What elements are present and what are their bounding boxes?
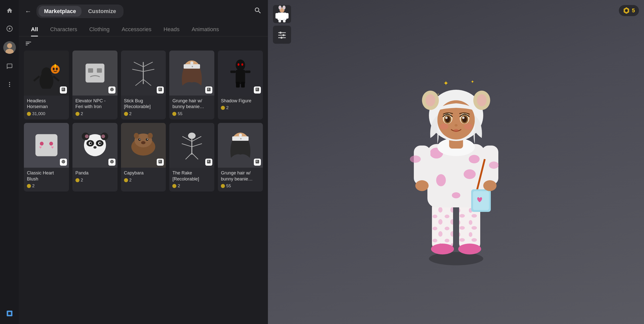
char-panel: 5 [268,0,644,324]
item-name-9: Grunge hair w/ bunny beanie… [221,170,260,182]
item-card-2[interactable]: Stick Bug [Recolorable] 2 [121,51,166,119]
char-thumb-btn[interactable] [273,5,291,23]
item-name-7: Capybara [124,170,163,176]
item-badge-6 [108,159,115,166]
item-card-3[interactable]: ★ Grunge hair w/ bunny beanie… 55 [169,51,214,119]
svg-rect-84 [159,161,160,162]
tab-customize[interactable]: Customize [83,6,122,17]
item-badge-7 [157,159,164,166]
item-card-7[interactable]: Capybara 2 [121,123,166,192]
more-icon[interactable] [4,79,15,90]
svg-point-135 [415,180,429,191]
svg-point-116 [283,34,285,36]
tab-characters[interactable]: Characters [44,23,83,36]
svg-point-112 [283,7,285,9]
items-grid: Headless Horseman 31,000 [19,51,268,197]
svg-point-145 [425,94,435,106]
svg-rect-22 [86,64,104,82]
svg-rect-133 [414,146,430,185]
svg-point-125 [458,244,481,254]
item-badge-0 [60,86,67,94]
svg-text:✦: ✦ [470,79,474,84]
svg-point-82 [141,141,146,145]
svg-point-162 [440,123,448,129]
svg-point-163 [464,123,472,129]
item-price-7: 2 [124,178,163,183]
item-card-9[interactable]: ★ Grunge hair w/ bunny beanie… 55 [218,123,263,192]
tab-heads[interactable]: Heads [157,23,186,36]
svg-point-137 [489,161,498,169]
tab-animations[interactable]: Animations [186,23,225,36]
svg-point-147 [477,94,486,106]
svg-point-160 [455,124,458,126]
svg-rect-94 [208,161,209,162]
svg-point-54 [40,142,44,146]
item-badge-4 [254,86,261,94]
home-icon[interactable] [4,5,15,16]
svg-rect-105 [275,13,278,19]
avatar-icon[interactable] [3,41,16,54]
robux-icon-7 [124,178,128,182]
robux-icon-3 [172,112,176,116]
filter-button[interactable] [25,40,32,47]
svg-point-11 [41,67,51,79]
item-badge-9 [254,159,261,166]
svg-line-12 [34,76,39,81]
item-badge-3 [205,86,212,94]
svg-point-155 [445,116,448,119]
sidebar [0,0,19,324]
svg-point-69 [85,134,89,138]
item-card-5[interactable]: Classic Heart Blush 2 [24,123,69,192]
svg-point-85 [188,133,196,139]
svg-line-34 [143,79,151,85]
tab-all[interactable]: All [25,23,44,36]
back-button[interactable]: ← [25,8,31,15]
search-button[interactable] [254,7,262,16]
svg-rect-108 [283,19,286,22]
item-price-2: 2 [124,111,163,116]
svg-point-3 [7,43,12,48]
svg-rect-107 [278,19,281,22]
robux-icon-4 [221,106,225,110]
item-name-3: Grunge hair w/ bunny beanie… [172,98,211,110]
item-price-0: 31,000 [27,111,66,116]
item-card-8[interactable]: The Rake [Recolorable] 2 [169,123,214,192]
svg-point-77 [148,133,153,139]
item-name-2: Stick Bug [Recolorable] [124,98,163,110]
play-icon[interactable] [4,23,15,34]
item-card-0[interactable]: Headless Horseman 31,000 [24,51,69,119]
svg-point-72 [111,161,112,162]
svg-point-73 [112,161,113,162]
item-card-1[interactable]: Elevator NPC - Feri with Iron 2 [72,51,117,119]
svg-rect-100 [256,161,258,162]
tab-accessories[interactable]: Accessories [115,23,157,36]
svg-line-32 [143,69,154,71]
item-name-8: The Rake [Recolorable] [172,170,211,182]
svg-rect-53 [35,134,58,156]
svg-rect-121 [432,201,453,250]
svg-point-27 [112,88,113,89]
tab-marketplace[interactable]: Marketplace [38,6,82,17]
svg-marker-1 [9,28,11,30]
item-badge-8 [205,159,212,166]
svg-point-70 [101,134,105,138]
roblox-logo [4,308,15,319]
chat-icon[interactable] [4,61,15,72]
svg-point-141 [483,180,497,191]
svg-point-129 [436,174,446,186]
item-card-4[interactable]: Shadow Figure 2 [218,51,263,119]
item-card-6[interactable]: Panda 2 [72,123,117,192]
settings-btn[interactable] [273,26,291,44]
svg-rect-23 [88,68,93,73]
svg-point-39 [190,61,194,65]
tab-clothing[interactable]: Clothing [83,23,116,36]
svg-line-30 [143,62,153,67]
robux-icon-8 [172,184,176,188]
item-badge-2 [157,86,164,94]
svg-point-80 [139,139,140,140]
robux-icon-5 [27,184,31,188]
nav-tabs: All Characters Clothing Accessories Head… [19,23,268,36]
svg-point-58 [64,161,65,162]
svg-line-29 [134,62,143,67]
item-price-3: 55 [172,111,211,116]
